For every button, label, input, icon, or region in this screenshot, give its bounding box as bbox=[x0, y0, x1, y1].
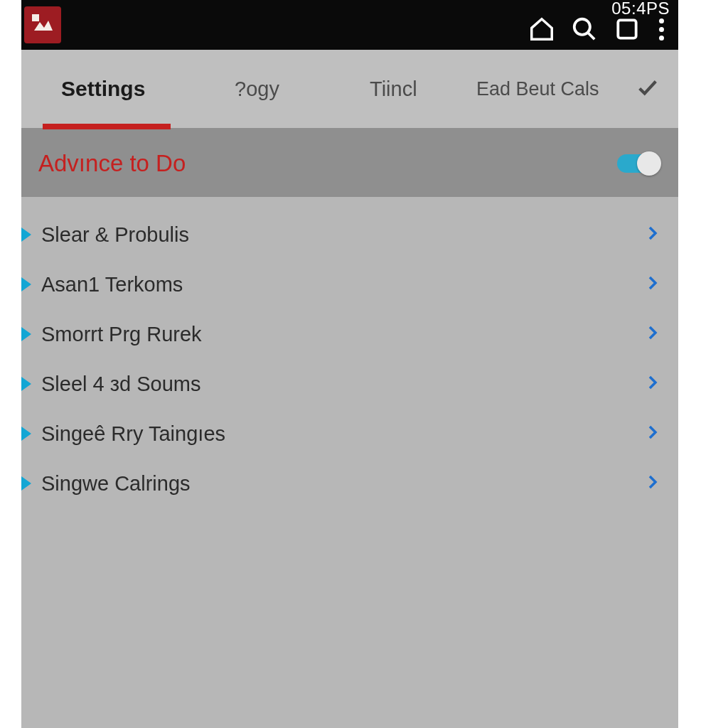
chevron-right-icon bbox=[644, 225, 661, 245]
home-icon[interactable] bbox=[528, 16, 555, 43]
section-header: Advınce to Do bbox=[21, 129, 678, 197]
tab-bar: Settings ?ogy Tiincl Ead Beut Cals bbox=[21, 50, 678, 129]
list-item[interactable]: Asan1 Terkoms bbox=[21, 259, 678, 309]
svg-point-1 bbox=[574, 19, 590, 35]
chevron-right-icon bbox=[644, 374, 661, 394]
list-item-label: Singeê Rry Taingıes bbox=[41, 422, 225, 446]
bullet-icon bbox=[21, 277, 31, 291]
chevron-right-icon bbox=[644, 424, 661, 444]
bullet-icon bbox=[21, 228, 31, 242]
more-icon[interactable] bbox=[659, 18, 664, 41]
tab-settings[interactable]: Settings bbox=[61, 77, 145, 101]
chevron-right-icon bbox=[644, 324, 661, 344]
list-item-label: Singwe Calrings bbox=[41, 472, 191, 496]
tab-underline bbox=[43, 124, 171, 129]
tab-tincl[interactable]: Tiincl bbox=[370, 77, 417, 101]
list-item-label: Sleel 4 зd Soums bbox=[41, 373, 200, 396]
status-time: 05:4PS bbox=[611, 0, 670, 18]
list-item[interactable]: Sleel 4 зd Soums bbox=[21, 359, 678, 409]
bullet-icon bbox=[21, 476, 31, 491]
bullet-icon bbox=[21, 377, 31, 391]
list-item[interactable]: Singeê Rry Taingıes bbox=[21, 409, 678, 459]
list-item[interactable]: Smorrt Prg Rurek bbox=[21, 309, 678, 359]
section-title: Advınce to Do bbox=[38, 150, 186, 177]
settings-list: Slear & Probulis Asan1 Terkoms Smorrt Pr… bbox=[21, 197, 678, 508]
list-item[interactable]: Singwe Calrings bbox=[21, 459, 678, 508]
bullet-icon bbox=[21, 427, 31, 441]
bullet-icon bbox=[21, 327, 31, 341]
app-logo-icon[interactable] bbox=[24, 6, 61, 43]
svg-rect-0 bbox=[32, 14, 39, 21]
advance-toggle[interactable] bbox=[617, 154, 657, 173]
check-icon[interactable] bbox=[636, 75, 660, 102]
tab-ead[interactable]: Ead Beut Cals bbox=[476, 78, 599, 100]
tabs-icon[interactable] bbox=[614, 16, 641, 43]
chevron-right-icon bbox=[644, 473, 661, 493]
svg-rect-3 bbox=[618, 20, 636, 38]
status-bar: 05:4PS bbox=[21, 0, 678, 50]
list-item-label: Asan1 Terkoms bbox=[41, 273, 183, 296]
chevron-right-icon bbox=[644, 274, 661, 294]
svg-line-2 bbox=[588, 33, 595, 40]
search-icon[interactable] bbox=[571, 16, 598, 43]
list-item-label: Smorrt Prg Rurek bbox=[41, 323, 202, 346]
list-item[interactable]: Slear & Probulis bbox=[21, 210, 678, 259]
toggle-knob bbox=[637, 151, 661, 176]
list-item-label: Slear & Probulis bbox=[41, 223, 189, 247]
tab-ogy[interactable]: ?ogy bbox=[235, 77, 279, 101]
app-container: 05:4PS Settings bbox=[21, 0, 678, 728]
